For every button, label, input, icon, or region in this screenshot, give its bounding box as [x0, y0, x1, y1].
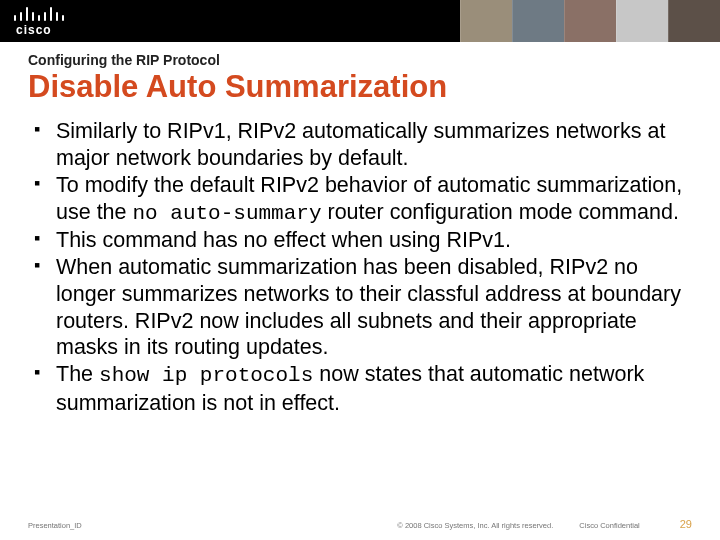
bullet-text: This command has no effect when using RI…: [56, 228, 511, 252]
header-photo: [668, 0, 720, 42]
bullet-text: Similarly to RIPv1, RIPv2 automatically …: [56, 119, 665, 170]
header-photo: [616, 0, 668, 42]
top-bar: cisco: [0, 0, 720, 42]
bullet-item: When automatic summarization has been di…: [56, 254, 692, 362]
slide-kicker: Configuring the RIP Protocol: [28, 52, 692, 68]
content-area: Configuring the RIP Protocol Disable Aut…: [0, 42, 720, 540]
bullet-text: The: [56, 362, 99, 386]
cisco-logo: cisco: [0, 0, 90, 42]
header-photo-strip: [460, 0, 720, 42]
header-photo: [564, 0, 616, 42]
presentation-id: Presentation_ID: [28, 521, 82, 530]
slide: cisco Configuring the RIP Protocol Disab…: [0, 0, 720, 540]
copyright-text: © 2008 Cisco Systems, Inc. All rights re…: [397, 521, 553, 530]
confidential-label: Cisco Confidential: [579, 521, 639, 530]
header-photo: [512, 0, 564, 42]
bullet-list: Similarly to RIPv1, RIPv2 automatically …: [28, 118, 692, 416]
bullet-text: When automatic summarization has been di…: [56, 255, 681, 360]
slide-title: Disable Auto Summarization: [28, 70, 692, 104]
bullet-item: This command has no effect when using RI…: [56, 227, 692, 254]
slide-footer: Presentation_ID © 2008 Cisco Systems, In…: [0, 518, 720, 530]
page-number: 29: [680, 518, 692, 530]
bullet-item: Similarly to RIPv1, RIPv2 automatically …: [56, 118, 692, 172]
header-photo: [460, 0, 512, 42]
bullet-item: The show ip protocols now states that au…: [56, 361, 692, 416]
inline-code: no auto-summary: [133, 202, 322, 225]
bullet-item: To modify the default RIPv2 behavior of …: [56, 172, 692, 227]
bullet-text: router configuration mode command.: [322, 200, 679, 224]
inline-code: show ip protocols: [99, 364, 313, 387]
logo-text: cisco: [16, 23, 52, 37]
